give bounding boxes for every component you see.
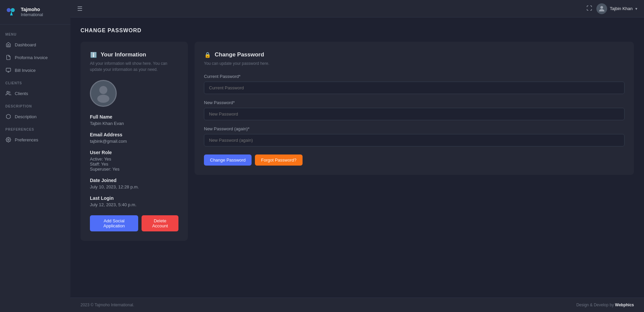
sidebar-item-bill-label: Bill Invoice [15, 68, 36, 73]
add-social-application-button[interactable]: Add Social Application [90, 215, 138, 231]
last-login-label: Last Login [90, 195, 178, 201]
svg-point-0 [7, 8, 11, 12]
forgot-password-button[interactable]: Forgot Password? [255, 154, 303, 166]
new-password-input[interactable] [204, 108, 625, 120]
sidebar-item-clients-label: Clients [15, 91, 28, 96]
sidebar-item-proforma-label: Proforma Invoice [15, 55, 48, 60]
date-joined-field: Date Joined July 10, 2023, 12:28 p.m. [90, 178, 178, 189]
svg-point-8 [600, 6, 603, 9]
new-password-label: New Password* [204, 100, 625, 105]
preferences-section-label: PREFERENCES [0, 123, 70, 133]
user-name: Tajbin Khan [610, 6, 633, 11]
invoice-icon [5, 54, 11, 60]
footer-credit: Design & Develop by Webphics [576, 303, 634, 307]
main-area: ☰ Tajbin Khan ▾ CHANGE PASSWORD [70, 0, 644, 312]
new-password-group: New Password* [204, 100, 625, 120]
sidebar-item-description[interactable]: Description [0, 110, 70, 123]
new-password-again-group: New Password (again)* [204, 126, 625, 146]
change-password-card-header: 🔒 Change Password [204, 51, 625, 58]
user-role-staff: Staff: Yes [90, 162, 178, 167]
lock-icon: 🔒 [204, 51, 211, 58]
description-icon [5, 114, 11, 120]
chevron-down-icon: ▾ [635, 6, 637, 11]
your-information-card: ℹ️ Your Information All your information… [80, 42, 188, 241]
clients-section-label: CLIENTS [0, 77, 70, 87]
sidebar: Tajmoho International MENU Dashboard Pro… [0, 0, 70, 312]
cards-row: ℹ️ Your Information All your information… [80, 42, 634, 241]
last-login-field: Last Login July 12, 2023, 5:40 p.m. [90, 195, 178, 207]
your-info-title: Your Information [101, 51, 146, 58]
svg-point-7 [8, 139, 9, 140]
svg-point-6 [7, 91, 8, 93]
user-profile-avatar [90, 80, 117, 107]
change-password-subtitle: You can update your password here. [204, 60, 625, 66]
change-password-title: Change Password [215, 51, 264, 58]
sidebar-item-clients[interactable]: Clients [0, 87, 70, 100]
home-icon [5, 42, 11, 48]
bill-icon [5, 67, 11, 73]
svg-point-10 [97, 95, 109, 103]
topbar-left: ☰ [77, 5, 83, 12]
sidebar-nav: MENU Dashboard Proforma Invoice [0, 25, 70, 312]
gear-icon [5, 137, 11, 143]
email-value: tajbink@gmail.com [90, 139, 178, 144]
logo-icon [5, 6, 17, 18]
sidebar-item-preferences[interactable]: Preferences [0, 133, 70, 146]
sidebar-item-proforma-invoice[interactable]: Proforma Invoice [0, 51, 70, 64]
card-actions: Add Social Application Delete Account [90, 215, 178, 231]
footer-credit-prefix: Design & Develop by [576, 303, 615, 307]
page-content: CHANGE PASSWORD ℹ️ Your Information All … [70, 17, 644, 298]
your-info-card-header: ℹ️ Your Information [90, 51, 178, 58]
change-password-actions: Change Password Forgot Password? [204, 154, 625, 166]
full-name-label: Full Name [90, 114, 178, 120]
sidebar-item-description-label: Description [15, 114, 37, 119]
logo-text: Tajmoho International [21, 7, 43, 17]
svg-point-1 [11, 8, 15, 12]
user-role-superuser: Superuser: Yes [90, 167, 178, 172]
footer-credit-brand: Webphics [615, 303, 634, 307]
current-password-label: Current Password* [204, 74, 625, 79]
svg-point-9 [99, 86, 107, 94]
sidebar-item-dashboard-label: Dashboard [15, 42, 36, 47]
full-name-value: Tajbin Khan Evan [90, 121, 178, 126]
footer: 2023 © Tajmoho International. Design & D… [70, 298, 644, 312]
user-role-field: User Role Active: Yes Staff: Yes Superus… [90, 150, 178, 172]
your-info-subtitle: All your information will show here. You… [90, 60, 178, 73]
logo-line1: Tajmoho [21, 7, 43, 12]
logo: Tajmoho International [0, 0, 70, 25]
email-field: Email Address tajbink@gmail.com [90, 132, 178, 144]
topbar: ☰ Tajbin Khan ▾ [70, 0, 644, 17]
sidebar-item-bill-invoice[interactable]: Bill Invoice [0, 64, 70, 77]
page-title: CHANGE PASSWORD [80, 28, 634, 34]
delete-account-button[interactable]: Delete Account [142, 215, 178, 231]
user-role-active: Active: Yes [90, 157, 178, 162]
date-joined-label: Date Joined [90, 178, 178, 183]
svg-rect-3 [6, 68, 10, 71]
menu-section-label: MENU [0, 28, 70, 38]
avatar [596, 3, 607, 14]
hamburger-icon[interactable]: ☰ [77, 5, 83, 12]
date-joined-value: July 10, 2023, 12:28 p.m. [90, 184, 178, 189]
new-password-again-label: New Password (again)* [204, 126, 625, 131]
topbar-right: Tajbin Khan ▾ [586, 3, 637, 14]
current-password-group: Current Password* [204, 74, 625, 94]
sidebar-item-dashboard[interactable]: Dashboard [0, 38, 70, 51]
change-password-button[interactable]: Change Password [204, 154, 252, 166]
description-section-label: DESCRIPTION [0, 100, 70, 110]
user-menu[interactable]: Tajbin Khan ▾ [596, 3, 637, 14]
footer-copyright: 2023 © Tajmoho International. [80, 303, 134, 307]
current-password-input[interactable] [204, 82, 625, 94]
user-role-label: User Role [90, 150, 178, 155]
last-login-value: July 12, 2023, 5:40 p.m. [90, 202, 178, 207]
clients-icon [5, 90, 11, 96]
new-password-again-input[interactable] [204, 134, 625, 146]
info-icon: ℹ️ [90, 51, 97, 58]
email-label: Email Address [90, 132, 178, 137]
logo-line2: International [21, 12, 43, 17]
change-password-card: 🔒 Change Password You can update your pa… [195, 42, 634, 175]
sidebar-item-preferences-label: Preferences [15, 137, 38, 142]
fullscreen-button[interactable] [586, 5, 592, 12]
full-name-field: Full Name Tajbin Khan Evan [90, 114, 178, 126]
